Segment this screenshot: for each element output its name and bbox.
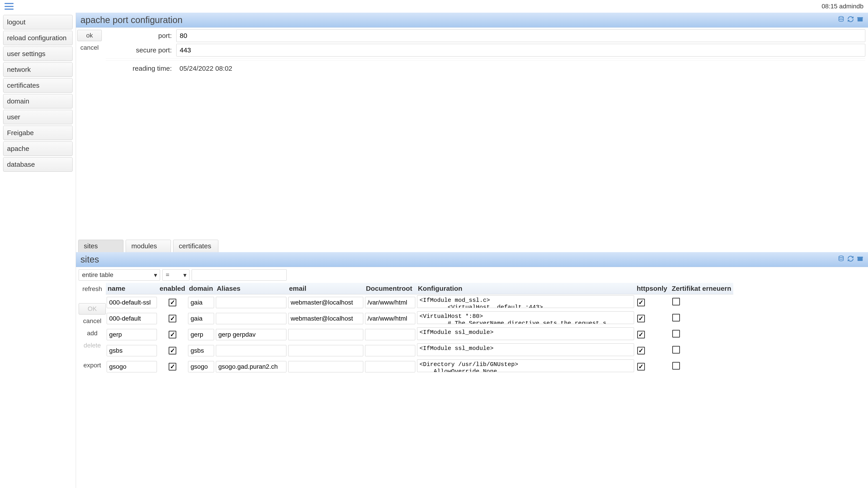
cell-name[interactable] <box>107 297 157 308</box>
sidebar-item-user[interactable]: user <box>3 110 72 124</box>
secure-port-label: secure port: <box>106 46 176 54</box>
archive-icon[interactable] <box>857 255 864 264</box>
cell-konfig[interactable]: <IfModule mod_ssl.c> <VirtualHost _defau… <box>417 295 634 308</box>
filter-value-input[interactable] <box>192 269 287 281</box>
cell-aliases[interactable] <box>216 361 286 372</box>
cell-httpsonly-checkbox[interactable] <box>637 363 645 370</box>
table-row[interactable]: <IfModule ssl_module> <box>106 343 733 359</box>
table-row[interactable]: <IfModule mod_ssl.c> <VirtualHost _defau… <box>106 294 733 311</box>
th-konfig[interactable]: Konfiguration <box>416 283 635 294</box>
sidebar-item-apache[interactable]: apache <box>3 141 72 156</box>
cell-httpsonly-checkbox[interactable] <box>637 347 645 355</box>
table-refresh-button[interactable]: refresh <box>79 283 106 295</box>
th-aliases[interactable]: Aliases <box>215 283 287 294</box>
table-delete-button[interactable]: delete <box>79 340 106 351</box>
th-cert[interactable]: Zertifikat erneuern <box>670 283 733 294</box>
tab-certificates[interactable]: certificates <box>173 240 218 252</box>
cell-aliases[interactable] <box>216 345 286 356</box>
th-name[interactable]: name <box>106 283 158 294</box>
sidebar-item-reload[interactable]: reload configuration <box>3 31 72 45</box>
svg-rect-4 <box>858 258 863 261</box>
cell-enabled-checkbox[interactable] <box>168 347 176 355</box>
cell-email[interactable] <box>288 329 363 340</box>
table-add-button[interactable]: add <box>79 328 106 339</box>
cell-domain[interactable] <box>188 329 214 340</box>
cell-name[interactable] <box>107 329 157 340</box>
th-email[interactable]: email <box>287 283 364 294</box>
cell-cert-checkbox[interactable] <box>672 314 680 322</box>
th-domain[interactable]: domain <box>187 283 215 294</box>
archive-icon[interactable] <box>857 16 864 24</box>
cell-email[interactable] <box>288 345 363 356</box>
sidebar-item-logout[interactable]: logout <box>3 15 72 29</box>
table-row[interactable]: <IfModule ssl_module> <box>106 326 733 343</box>
cell-docroot[interactable] <box>365 313 415 324</box>
port-label: port: <box>106 32 176 39</box>
ok-button[interactable]: ok <box>77 30 102 41</box>
cell-domain[interactable] <box>188 345 214 356</box>
cell-docroot[interactable] <box>365 329 415 340</box>
table-export-button[interactable]: export <box>79 360 106 371</box>
cell-enabled-checkbox[interactable] <box>168 315 176 322</box>
cell-enabled-checkbox[interactable] <box>168 331 176 338</box>
sidebar-item-database[interactable]: database <box>3 157 72 172</box>
cell-name[interactable] <box>107 361 157 372</box>
cell-cert-checkbox[interactable] <box>672 346 680 354</box>
table-row[interactable]: <VirtualHost *:80> # The ServerName dire… <box>106 311 733 326</box>
refresh-icon[interactable] <box>847 16 854 24</box>
cell-aliases[interactable] <box>216 297 286 308</box>
table-ok-button[interactable]: OK <box>79 303 106 315</box>
svg-rect-1 <box>858 18 863 22</box>
sidebar-item-freigabe[interactable]: Freigabe <box>3 126 72 140</box>
cell-name[interactable] <box>107 313 157 324</box>
cell-konfig[interactable]: <Directory /usr/lib/GNUstep> AllowOverri… <box>417 359 634 372</box>
cell-email[interactable] <box>288 297 363 308</box>
filter-scope-select[interactable]: entire table <box>79 269 160 281</box>
database-icon[interactable] <box>838 16 844 24</box>
th-docroot[interactable]: Documentroot <box>364 283 416 294</box>
cell-domain[interactable] <box>188 313 214 324</box>
cell-enabled-checkbox[interactable] <box>168 363 176 370</box>
cell-name[interactable] <box>107 345 157 356</box>
th-httpsonly[interactable]: httpsonly <box>635 283 670 294</box>
filter-op-select[interactable]: = <box>162 269 189 281</box>
sidebar: logout reload configuration user setting… <box>0 13 76 488</box>
sidebar-item-certificates[interactable]: certificates <box>3 78 72 93</box>
cell-domain[interactable] <box>188 297 214 308</box>
cell-cert-checkbox[interactable] <box>672 330 680 337</box>
svg-rect-5 <box>857 257 863 258</box>
cell-aliases[interactable] <box>216 329 286 340</box>
cell-enabled-checkbox[interactable] <box>168 299 176 306</box>
secure-port-input[interactable] <box>176 44 865 57</box>
reading-time-label: reading time: <box>106 65 176 72</box>
sidebar-item-network[interactable]: network <box>3 62 72 77</box>
cell-domain[interactable] <box>188 361 214 372</box>
cancel-button[interactable]: cancel <box>77 42 102 53</box>
refresh-icon[interactable] <box>847 255 854 264</box>
cell-docroot[interactable] <box>365 297 415 308</box>
cell-httpsonly-checkbox[interactable] <box>637 299 645 306</box>
cell-httpsonly-checkbox[interactable] <box>637 315 645 322</box>
sidebar-item-domain[interactable]: domain <box>3 94 72 108</box>
tab-modules[interactable]: modules <box>126 240 171 252</box>
cell-docroot[interactable] <box>365 361 415 372</box>
cell-cert-checkbox[interactable] <box>672 362 680 369</box>
cell-cert-checkbox[interactable] <box>672 298 680 305</box>
cell-email[interactable] <box>288 313 363 324</box>
table-row[interactable]: <Directory /usr/lib/GNUstep> AllowOverri… <box>106 359 733 375</box>
port-input[interactable] <box>176 29 865 42</box>
cell-konfig[interactable]: <IfModule ssl_module> <box>417 344 634 356</box>
menu-icon[interactable] <box>4 3 13 10</box>
cell-konfig[interactable]: <IfModule ssl_module> <box>417 327 634 340</box>
sidebar-item-user-settings[interactable]: user settings <box>3 46 72 61</box>
tab-sites[interactable]: sites <box>78 240 123 252</box>
cell-docroot[interactable] <box>365 345 415 356</box>
cell-konfig[interactable]: <VirtualHost *:80> # The ServerName dire… <box>417 311 634 324</box>
th-enabled[interactable]: enabled <box>158 283 187 294</box>
cell-aliases[interactable] <box>216 313 286 324</box>
database-icon[interactable] <box>838 255 844 264</box>
cell-httpsonly-checkbox[interactable] <box>637 331 645 338</box>
table-cancel-button[interactable]: cancel <box>79 315 106 327</box>
upper-panel-header: apache port configuration <box>76 13 868 28</box>
cell-email[interactable] <box>288 361 363 372</box>
